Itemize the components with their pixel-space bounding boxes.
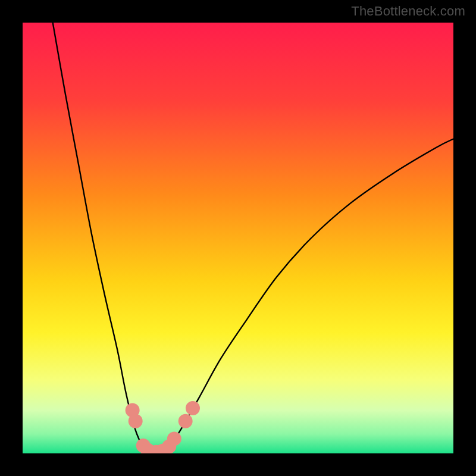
gradient-background — [23, 23, 453, 453]
data-marker — [186, 401, 200, 415]
data-marker — [167, 431, 181, 446]
plot-area — [23, 23, 453, 453]
watermark-label: TheBottleneck.com — [351, 4, 465, 19]
data-marker — [129, 414, 143, 428]
data-marker — [178, 414, 193, 428]
bottleneck-plot — [23, 23, 453, 453]
chart-frame: TheBottleneck.com — [0, 0, 476, 476]
